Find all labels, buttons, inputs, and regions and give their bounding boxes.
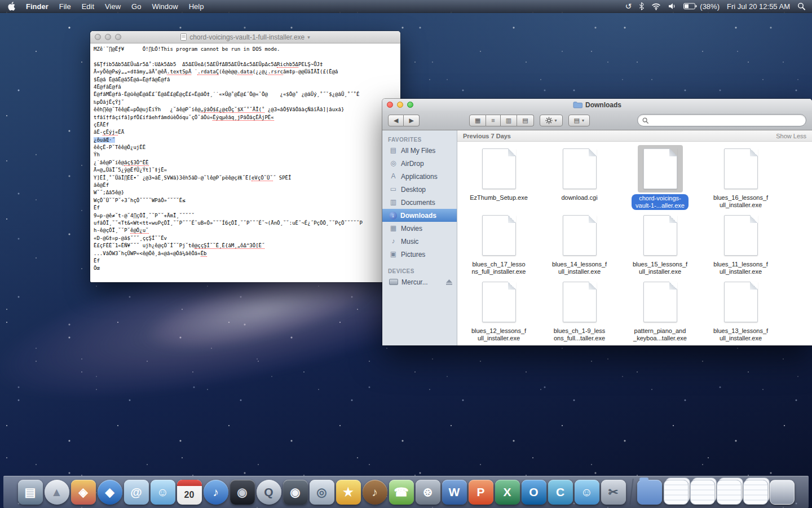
messages-icon: ☺: [575, 480, 599, 505]
sidebar-item-downloads[interactable]: ↓Downloads: [382, 209, 457, 222]
battery-indicator[interactable]: (38%): [683, 2, 720, 11]
spotlight-icon[interactable]: [797, 2, 805, 10]
dock-item-facetime[interactable]: ☎: [389, 479, 414, 505]
list-view-button[interactable]: ≡: [486, 115, 500, 126]
dock-item-dvd-player[interactable]: ◉: [230, 479, 255, 505]
sidebar-item-movies[interactable]: ▦Movies: [382, 222, 457, 235]
forward-button[interactable]: ▶: [404, 115, 419, 126]
dock-item-itunes[interactable]: ♪: [204, 479, 228, 505]
text-segment: $&Ţfĭb5Δb5ΔEŨuΔr5Δ˚:UΔk5Δb5 Δ5ΔEŪeΔ(5ΔEŨ…: [94, 62, 277, 67]
menu-bar-clock[interactable]: Fri Jul 20 12:55 AM: [727, 2, 790, 11]
zoom-button[interactable]: [115, 34, 121, 40]
sidebar-item-documents[interactable]: ▥Documents: [382, 196, 457, 209]
finder-body: FAVORITES ▤All My Files◎AirDropAApplicat…: [382, 130, 812, 345]
file-item-blues-11-lessons-f-ull-installer-exe[interactable]: blues_11_lessons_full_installer.exe: [700, 212, 781, 278]
show-less-link[interactable]: Show Less: [776, 133, 806, 139]
document-icon: [724, 282, 758, 322]
sidebar-item-pictures[interactable]: ▣Pictures: [382, 248, 457, 261]
textedit-title-bar[interactable]: chord-voicings-vault-1-full-installer.ex…: [90, 31, 400, 43]
dock-item-utility-tool[interactable]: ✂: [601, 479, 626, 505]
dock-item-launchpad[interactable]: ▲: [45, 479, 69, 505]
sidebar-item-label: Documents: [401, 199, 435, 207]
dock-item-quicktime[interactable]: Q: [257, 479, 281, 505]
file-item-blues-16-lessons-f-ull-installer-exe[interactable]: blues_16_lessons_full_installer.exe: [700, 145, 781, 212]
eject-icon[interactable]: [446, 279, 452, 285]
dock-item-system-preferences[interactable]: ⊛: [416, 479, 440, 505]
finder-title-bar[interactable]: Downloads: [382, 99, 812, 111]
minimize-button[interactable]: [105, 34, 111, 40]
file-item-blues-13-lessons-f-ull-installer-exe[interactable]: blues_13_lessons_full_installer.exe: [700, 278, 781, 345]
window-controls: [382, 102, 413, 108]
file-item-ezthumb-setup-exe[interactable]: EzThumb_Setup.exe: [458, 145, 539, 212]
search-field[interactable]: [637, 114, 806, 126]
file-item-blues-12-lessons-f-ull-installer-exe[interactable]: blues_12_lessons_full_installer.exe: [458, 278, 539, 345]
dock-item-ichat[interactable]: ☺: [151, 479, 175, 505]
file-item-blues-ch-1-9-less-ons-full-taller-exe[interactable]: blues_ch_1-9_lessons_full...taller.exe: [539, 278, 620, 345]
back-button[interactable]: ◀: [388, 115, 404, 126]
textedit-content[interactable]: MZê˙˘∏@Ëƒ¥ Ő!∏ĿŐ!This program cannot be …: [90, 43, 400, 282]
menu-help[interactable]: Help: [189, 2, 204, 11]
arrange-menu-button[interactable]: ▤ ▾: [568, 115, 590, 126]
menu-view[interactable]: View: [105, 2, 121, 11]
coverflow-view-button[interactable]: ▤: [517, 115, 533, 126]
file-item-blues-14-lessons-f-ull-installer-exe[interactable]: blues_14_lessons_full_installer.exe: [539, 212, 620, 278]
sidebar-item-desktop[interactable]: ▭Desktop: [382, 183, 457, 196]
dock-item-photo-booth[interactable]: ◉: [283, 479, 308, 505]
dock-item-mail[interactable]: @: [124, 479, 149, 505]
close-button[interactable]: [387, 102, 393, 108]
title-dropdown-icon[interactable]: ▾: [307, 34, 310, 40]
dock-item-word[interactable]: W: [442, 479, 467, 505]
minimize-button[interactable]: [397, 102, 403, 108]
sidebar-item-airdrop[interactable]: ◎AirDrop: [382, 157, 457, 170]
sidebar-item-music[interactable]: ♪Music: [382, 235, 457, 248]
sidebar-device-mercur[interactable]: Mercur...: [382, 275, 457, 288]
close-button[interactable]: [95, 34, 101, 40]
menu-go[interactable]: Go: [131, 2, 141, 11]
file-item-blues-ch-17-lesso-ns-full-installer-exe[interactable]: blues_ch_17_lessons_full_installer.exe: [458, 212, 539, 278]
file-item-chord-voicings-vault-1-aller-exe[interactable]: chord-voicings-vault-1-...aller.exe: [620, 145, 700, 212]
volume-icon[interactable]: [668, 3, 676, 10]
file-item-download-cgi[interactable]: download.cgi: [539, 145, 620, 212]
dock-item-powerpoint[interactable]: P: [469, 479, 493, 505]
apple-menu-icon[interactable]: [8, 2, 16, 11]
column-view-button[interactable]: ▥: [501, 115, 517, 126]
sidebar-item-all-my-files[interactable]: ▤All My Files: [382, 144, 457, 157]
zoom-button[interactable]: [407, 102, 413, 108]
dock-item-garageband[interactable]: ♪: [363, 479, 387, 505]
dock-item-documents-stack-4[interactable]: [743, 479, 768, 505]
dock-item-preview[interactable]: ◎: [310, 479, 334, 505]
text-segment: [94, 54, 96, 59]
file-item-blues-15-lessons-f-ull-installer-exe[interactable]: blues_15_lessons_full_installer.exe: [620, 212, 700, 278]
dock-item-display-app[interactable]: ▤: [18, 479, 43, 505]
dock-item-outlook[interactable]: O: [522, 479, 546, 505]
active-app-name[interactable]: Finder: [26, 2, 48, 11]
file-label-line: blues_15_lessons_f: [633, 261, 687, 268]
action-menu-button[interactable]: ▾: [540, 115, 563, 126]
wifi-icon[interactable]: [651, 3, 661, 10]
text-segment: âê@Ēf: [94, 182, 109, 188]
file-label-line: blues_11_lessons_f: [713, 261, 767, 268]
dock-item-calendar[interactable]: 20: [177, 479, 202, 505]
icon-view-button[interactable]: ▦: [469, 115, 486, 126]
dock-item-documents-stack-2[interactable]: [690, 479, 715, 505]
time-machine-icon[interactable]: ↺: [625, 2, 632, 10]
dock-item-star-app[interactable]: ★: [336, 479, 361, 505]
text-line: Ē£çFĒĒ˘1«ĒÑ¥˘˘˘ ujh¿ê@çŌ˘Í˘˘Pj˘tê@ççŞÍ˘˘…: [94, 242, 397, 249]
menu-file[interactable]: File: [59, 2, 71, 11]
dock-item-safari[interactable]: ◆: [98, 479, 122, 505]
dock-item-downloads-folder[interactable]: [637, 479, 662, 505]
dock-item-excel[interactable]: X: [495, 479, 520, 505]
menu-window[interactable]: Window: [152, 2, 178, 11]
file-item-pattern-piano-and-keyboa-taller-exe[interactable]: pattern_piano_and_keyboa...taller.exe: [620, 278, 700, 345]
sidebar-item-applications[interactable]: AApplications: [382, 170, 457, 183]
dock-item-communicator[interactable]: C: [548, 479, 573, 505]
menu-edit[interactable]: Edit: [82, 2, 94, 11]
dock-item-photos[interactable]: ◈: [71, 479, 96, 505]
file-label-line: pattern_piano_and: [633, 327, 687, 335]
search-input[interactable]: [651, 116, 801, 125]
dock-item-messages[interactable]: ☺: [575, 479, 599, 505]
dock-item-documents-stack-3[interactable]: [717, 479, 742, 505]
bluetooth-icon[interactable]: [639, 2, 644, 10]
dock-item-documents-stack-1[interactable]: [664, 479, 689, 505]
dock-item-trash[interactable]: [770, 479, 795, 505]
